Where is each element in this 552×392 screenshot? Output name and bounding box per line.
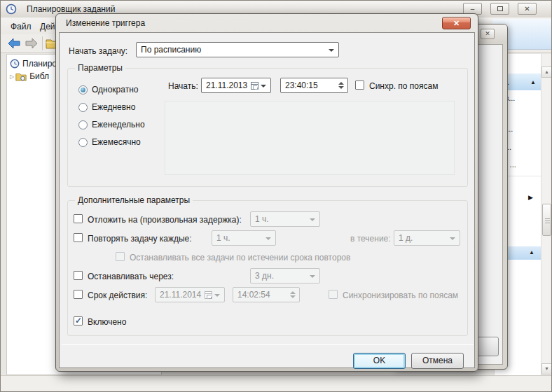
- collapse-up-icon[interactable]: ▲: [529, 249, 534, 255]
- menu-file[interactable]: Файл: [6, 20, 36, 33]
- tree-item-label: Библ: [29, 71, 49, 81]
- clock-icon: [10, 59, 20, 69]
- dialog-body: Начать задачу: По расписанию Параметры О…: [59, 32, 475, 368]
- repeat-select: 1 ч.: [212, 230, 276, 246]
- close-button[interactable]: ✕: [518, 3, 537, 15]
- background-close-button[interactable]: ✕: [481, 29, 495, 39]
- scrollbar-thumb[interactable]: [542, 204, 551, 236]
- stop-after-checkbox[interactable]: [74, 271, 83, 280]
- chevron-down-icon: [261, 85, 266, 88]
- stop-all-checkbox: [116, 252, 125, 261]
- start-label: Начать:: [168, 81, 198, 91]
- scroll-down-icon[interactable]: ▼: [541, 363, 552, 374]
- radio-weekly[interactable]: [78, 120, 88, 130]
- scrollbar[interactable]: ▲ ▼: [541, 54, 551, 375]
- delay-label: Отложить на (произвольная задержка):: [88, 215, 242, 225]
- duration-value: 1 д.: [399, 233, 413, 243]
- start-date-value: 21.11.2013: [206, 80, 247, 90]
- sync-timezone2-checkbox: [329, 290, 338, 299]
- trigger-options-panel: [165, 101, 455, 175]
- cancel-button[interactable]: Отмена: [411, 353, 464, 369]
- settings-group-title: Параметры: [75, 63, 125, 73]
- radio-once[interactable]: [78, 85, 88, 94]
- spin-up-icon[interactable]: [338, 82, 344, 85]
- begin-task-select[interactable]: По расписанию: [136, 42, 339, 57]
- radio-weekly-label: Еженедельно: [92, 120, 145, 130]
- duration-select: 1 д.: [394, 230, 460, 246]
- maximize-button[interactable]: [490, 3, 509, 15]
- stop-all-label: Останавливать все задачи по истечении ср…: [130, 253, 350, 262]
- expire-time-spinner: 14:02:54: [233, 287, 300, 302]
- dialog-close-button[interactable]: ✕: [442, 17, 471, 29]
- begin-task-value: По расписанию: [141, 45, 201, 55]
- sync-timezone-label: Синхр. по поясам: [369, 81, 438, 91]
- maximize-icon: [497, 6, 503, 11]
- expire-date-picker: 21.11.2014: [155, 287, 225, 302]
- forward-icon[interactable]: [24, 37, 39, 50]
- edit-trigger-dialog: Изменение триггера ✕ Начать задачу: По р…: [55, 13, 478, 372]
- dialog-title: Изменение триггера: [66, 18, 145, 28]
- chevron-down-icon: [450, 237, 455, 240]
- delay-checkbox[interactable]: [74, 214, 83, 223]
- stop-after-value: 3 дн.: [255, 271, 274, 281]
- folder-clock-icon: [15, 72, 27, 81]
- chevron-down-icon: [310, 275, 315, 278]
- sync-timezone2-label: Синхронизировать по поясам: [343, 290, 458, 300]
- expire-time-value: 14:02:54: [237, 290, 270, 300]
- advanced-group-title: Дополнительные параметры: [75, 195, 193, 205]
- spin-down-icon[interactable]: [338, 86, 344, 89]
- tree-item-library[interactable]: ▷ Библ: [10, 70, 49, 83]
- spin-down-icon: [290, 295, 296, 298]
- chevron-down-icon: [329, 49, 334, 52]
- task-scheduler-window: Планировщик заданий – ✕ Файл Дей Планиро: [0, 0, 552, 392]
- scroll-up-icon[interactable]: ▲: [541, 66, 552, 78]
- calendar-icon: [205, 291, 212, 299]
- repeat-label: Повторять задачу каждые:: [88, 234, 192, 244]
- expand-right-icon[interactable]: ▶: [528, 194, 533, 201]
- radio-daily-label: Ежедневно: [92, 102, 135, 112]
- enabled-checkbox[interactable]: [74, 316, 83, 326]
- expire-label: Срок действия:: [88, 290, 147, 300]
- ok-button[interactable]: OK: [353, 353, 406, 369]
- radio-monthly[interactable]: [78, 138, 88, 147]
- expire-checkbox[interactable]: [74, 290, 83, 299]
- repeat-checkbox[interactable]: [74, 233, 83, 242]
- spin-up-icon: [290, 291, 296, 294]
- chevron-down-icon: [265, 237, 271, 240]
- stop-after-label: Останавливать через:: [88, 272, 174, 281]
- start-time-spinner[interactable]: 23:40:15: [280, 78, 348, 93]
- enabled-label: Включено: [88, 317, 126, 327]
- delay-value: 1 ч.: [255, 214, 269, 224]
- window-title: Планировщик заданий: [22, 4, 115, 14]
- chevron-down-icon: [310, 218, 315, 221]
- start-date-picker[interactable]: 21.11.2013: [201, 78, 271, 93]
- clock-icon: [6, 4, 17, 15]
- calendar-icon: [251, 82, 258, 90]
- stop-after-select: 3 дн.: [250, 268, 320, 284]
- begin-task-label: Начать задачу:: [69, 46, 127, 56]
- statusbar: [1, 375, 552, 392]
- start-time-value: 23:40:15: [285, 80, 318, 90]
- toolbar-separator: [42, 36, 43, 50]
- chevron-right-icon[interactable]: ▷: [10, 74, 14, 80]
- radio-once-label: Однократно: [92, 85, 139, 94]
- collapse-up-icon[interactable]: ▲: [530, 79, 536, 85]
- tree-item-scheduler[interactable]: Планиро: [10, 57, 57, 70]
- expire-date-value: 21.11.2014: [160, 290, 201, 300]
- sync-timezone-checkbox[interactable]: [355, 80, 364, 90]
- duration-label: в течение:: [350, 234, 391, 244]
- repeat-value: 1 ч.: [216, 233, 230, 243]
- delay-select: 1 ч.: [250, 211, 320, 227]
- chevron-down-icon: [214, 294, 220, 297]
- tree-item-label: Планиро: [22, 59, 57, 69]
- footer-separator: [62, 344, 474, 345]
- radio-monthly-label: Ежемесячно: [92, 137, 141, 147]
- radio-daily[interactable]: [78, 103, 88, 112]
- back-icon[interactable]: [6, 37, 22, 50]
